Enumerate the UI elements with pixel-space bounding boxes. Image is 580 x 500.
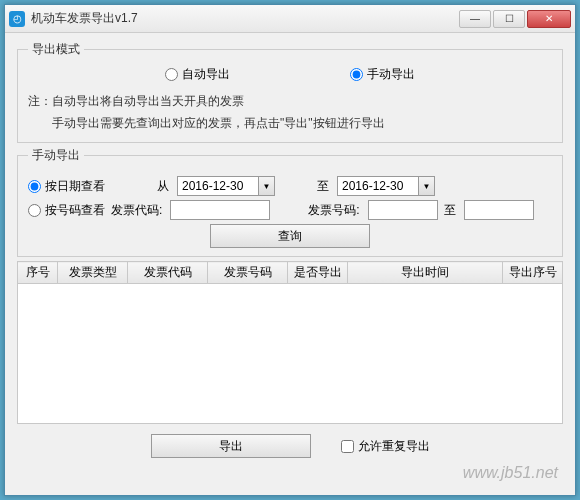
export-mode-group: 导出模式 自动导出 手动导出 注：自动导出将自动导出当天开具的发票 手动导出需要…	[17, 41, 563, 143]
th-exported[interactable]: 是否导出	[288, 262, 348, 284]
radio-manual-label: 手动导出	[367, 66, 415, 83]
date-to-picker[interactable]: ▼	[337, 176, 435, 196]
date-from-input[interactable]	[178, 177, 258, 195]
app-window: ◴ 机动车发票导出v1.7 — ☐ ✕ 导出模式 自动导出 手动导出 注：自动导…	[4, 4, 576, 496]
content-area: 导出模式 自动导出 手动导出 注：自动导出将自动导出当天开具的发票 手动导出需要…	[5, 33, 575, 495]
radio-auto-export[interactable]: 自动导出	[165, 66, 230, 83]
radio-by-number-input[interactable]	[28, 204, 41, 217]
chevron-down-icon[interactable]: ▼	[258, 177, 274, 195]
chevron-down-icon[interactable]: ▼	[418, 177, 434, 195]
th-number[interactable]: 发票号码	[208, 262, 288, 284]
note-line-2: 手动导出需要先查询出对应的发票，再点击"导出"按钮进行导出	[28, 113, 552, 135]
invoice-code-input[interactable]	[170, 200, 270, 220]
export-mode-legend: 导出模式	[28, 41, 84, 58]
manual-export-group: 手动导出 按日期查看 从 ▼ 至 ▼	[17, 147, 563, 257]
radio-manual-export[interactable]: 手动导出	[350, 66, 415, 83]
title-bar: ◴ 机动车发票导出v1.7 — ☐ ✕	[5, 5, 575, 33]
radio-by-date-label: 按日期查看	[45, 178, 105, 195]
radio-by-number-label: 按号码查看	[45, 202, 105, 219]
th-export-time[interactable]: 导出时间	[348, 262, 503, 284]
minimize-button[interactable]: —	[459, 10, 491, 28]
allow-reexport-input[interactable]	[341, 440, 354, 453]
th-seq[interactable]: 序号	[18, 262, 58, 284]
radio-auto-input[interactable]	[165, 68, 178, 81]
invoice-code-label: 发票代码:	[111, 202, 162, 219]
note-line-1: 注：自动导出将自动导出当天开具的发票	[28, 91, 552, 113]
to-label: 至	[317, 178, 329, 195]
th-code[interactable]: 发票代码	[128, 262, 208, 284]
radio-by-number[interactable]: 按号码查看	[28, 202, 105, 219]
allow-reexport-label: 允许重复导出	[358, 438, 430, 455]
date-to-input[interactable]	[338, 177, 418, 195]
radio-manual-input[interactable]	[350, 68, 363, 81]
invoice-no-from-input[interactable]	[368, 200, 438, 220]
radio-auto-label: 自动导出	[182, 66, 230, 83]
from-label: 从	[157, 178, 169, 195]
result-table: 序号 发票类型 发票代码 发票号码 是否导出 导出时间 导出序号	[17, 261, 563, 284]
app-icon: ◴	[9, 11, 25, 27]
to2-label: 至	[444, 202, 456, 219]
radio-by-date-input[interactable]	[28, 180, 41, 193]
invoice-no-to-input[interactable]	[464, 200, 534, 220]
radio-by-date[interactable]: 按日期查看	[28, 178, 105, 195]
th-type[interactable]: 发票类型	[58, 262, 128, 284]
export-mode-note: 注：自动导出将自动导出当天开具的发票 手动导出需要先查询出对应的发票，再点击"导…	[28, 91, 552, 134]
date-from-picker[interactable]: ▼	[177, 176, 275, 196]
window-title: 机动车发票导出v1.7	[31, 10, 459, 27]
table-body-empty	[17, 284, 563, 424]
query-button[interactable]: 查询	[210, 224, 370, 248]
close-button[interactable]: ✕	[527, 10, 571, 28]
bottom-bar: 导出 允许重复导出	[17, 428, 563, 458]
manual-export-legend: 手动导出	[28, 147, 84, 164]
window-controls: — ☐ ✕	[459, 10, 571, 28]
maximize-button[interactable]: ☐	[493, 10, 525, 28]
th-export-seq[interactable]: 导出序号	[503, 262, 563, 284]
export-button[interactable]: 导出	[151, 434, 311, 458]
result-table-container: 序号 发票类型 发票代码 发票号码 是否导出 导出时间 导出序号	[17, 261, 563, 424]
allow-reexport-checkbox[interactable]: 允许重复导出	[341, 438, 430, 455]
invoice-no-label: 发票号码:	[308, 202, 359, 219]
